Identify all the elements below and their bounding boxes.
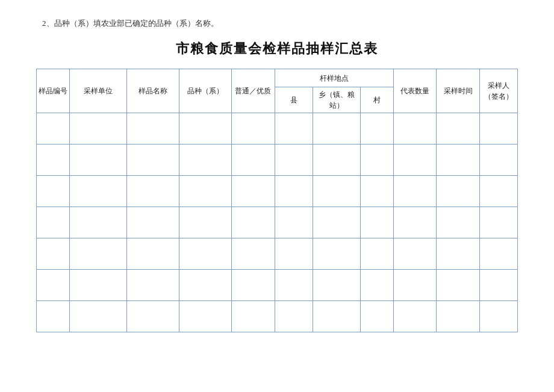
cell [313, 176, 360, 207]
cell [437, 270, 479, 301]
cell [479, 270, 517, 301]
th-quality: 普通／优质 [232, 69, 275, 113]
cell [127, 301, 179, 332]
cell [70, 270, 127, 301]
cell [479, 301, 517, 332]
cell [313, 270, 360, 301]
cell [479, 238, 517, 270]
cell [37, 145, 70, 176]
cell [360, 113, 393, 145]
cell [360, 145, 393, 176]
table-wrapper: 样品编号 采样单位 样品名称 品种（系） 普通／优质 杆样地点 代表数量 采样时… [36, 69, 518, 332]
cell [127, 176, 179, 207]
cell [394, 301, 437, 332]
cell [275, 301, 313, 332]
cell [394, 113, 437, 145]
cell [479, 176, 517, 207]
cell [479, 113, 517, 145]
cell [179, 238, 232, 270]
cell [313, 207, 360, 238]
cell [437, 238, 479, 270]
table-row [37, 270, 518, 301]
cell [437, 176, 479, 207]
cell [275, 270, 313, 301]
cell [37, 301, 70, 332]
cell [232, 207, 275, 238]
th-rep-qty: 代表数量 [394, 69, 437, 113]
cell [179, 301, 232, 332]
cell [70, 207, 127, 238]
cell [70, 301, 127, 332]
cell [394, 176, 437, 207]
cell [313, 301, 360, 332]
cell [127, 270, 179, 301]
cell [394, 270, 437, 301]
th-sample-name: 样品名称 [127, 69, 179, 113]
cell [232, 145, 275, 176]
cell [127, 207, 179, 238]
cell [275, 207, 313, 238]
table-row [37, 301, 518, 332]
cell [127, 238, 179, 270]
cell [232, 301, 275, 332]
table-row [37, 113, 518, 145]
th-town: 乡（镇、粮站） [313, 87, 360, 113]
cell [179, 176, 232, 207]
cell [275, 238, 313, 270]
cell [37, 176, 70, 207]
cell [179, 207, 232, 238]
cell [275, 113, 313, 145]
cell [437, 145, 479, 176]
th-county: 县 [275, 87, 313, 113]
note-text: 2、品种（系）填农业部已确定的品种（系）名称。 [42, 18, 219, 29]
cell [179, 145, 232, 176]
cell [394, 207, 437, 238]
table-row [37, 176, 518, 207]
page-container: 2、品种（系）填农业部已确定的品种（系）名称。 市粮食质量会检样品抽样汇总表 样… [0, 0, 554, 392]
cell [360, 301, 393, 332]
cell [37, 238, 70, 270]
cell [360, 176, 393, 207]
cell [275, 145, 313, 176]
table-row [37, 207, 518, 238]
cell [394, 238, 437, 270]
th-sample-time: 采样时间 [437, 69, 479, 113]
th-sample-unit: 采样单位 [70, 69, 127, 113]
cell [232, 176, 275, 207]
cell [313, 238, 360, 270]
header-row-1: 样品编号 采样单位 样品名称 品种（系） 普通／优质 杆样地点 代表数量 采样时… [37, 69, 518, 87]
cell [179, 113, 232, 145]
cell [437, 301, 479, 332]
cell [479, 207, 517, 238]
cell [437, 207, 479, 238]
cell [394, 145, 437, 176]
cell [232, 270, 275, 301]
summary-table: 样品编号 采样单位 样品名称 品种（系） 普通／优质 杆样地点 代表数量 采样时… [36, 69, 518, 332]
cell [179, 270, 232, 301]
cell [479, 145, 517, 176]
cell [37, 270, 70, 301]
th-village: 村 [360, 87, 393, 113]
th-variety: 品种（系） [179, 69, 232, 113]
cell [360, 207, 393, 238]
cell [70, 176, 127, 207]
cell [313, 113, 360, 145]
cell [437, 113, 479, 145]
cell [37, 207, 70, 238]
th-sampler: 采样人（签名） [479, 69, 517, 113]
cell [360, 270, 393, 301]
cell [70, 238, 127, 270]
cell [70, 145, 127, 176]
cell [70, 113, 127, 145]
cell [360, 238, 393, 270]
table-row [37, 145, 518, 176]
cell [232, 113, 275, 145]
cell [232, 238, 275, 270]
cell [127, 145, 179, 176]
cell [313, 145, 360, 176]
cell [275, 176, 313, 207]
cell [37, 113, 70, 145]
th-sample-no: 样品编号 [37, 69, 70, 113]
table-row [37, 238, 518, 270]
main-title: 市粮食质量会检样品抽样汇总表 [176, 40, 378, 58]
